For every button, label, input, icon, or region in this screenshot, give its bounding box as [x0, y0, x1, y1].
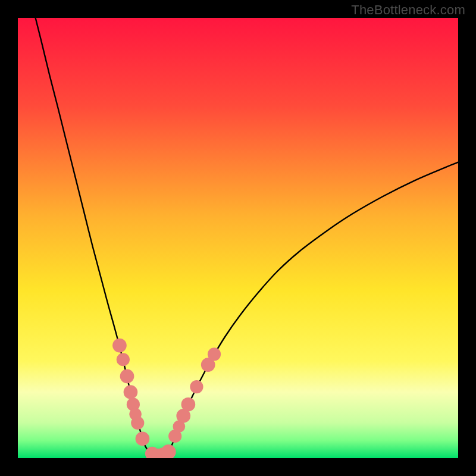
- gradient-background: [18, 18, 458, 458]
- chart-frame: TheBottleneck.com: [0, 0, 476, 476]
- marker-dot: [131, 416, 144, 430]
- marker-dot: [208, 347, 221, 361]
- marker-dot: [181, 397, 196, 412]
- marker-dot: [112, 339, 127, 353]
- chart-svg: [18, 18, 458, 458]
- marker-dot: [120, 369, 134, 384]
- marker-dot: [117, 353, 130, 366]
- plot-area: [18, 18, 458, 458]
- marker-dot: [124, 385, 138, 399]
- marker-dot: [190, 380, 203, 393]
- watermark-text: TheBottleneck.com: [351, 2, 465, 18]
- marker-dot: [136, 432, 150, 446]
